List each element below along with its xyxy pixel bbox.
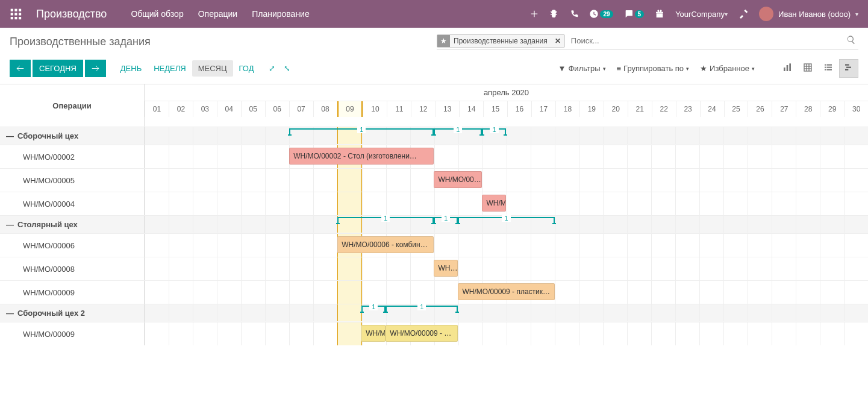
gantt-cell[interactable] (555, 234, 579, 257)
gantt-cell[interactable] (313, 216, 337, 233)
gantt-cell[interactable] (796, 192, 820, 215)
gantt-cell[interactable] (820, 257, 844, 280)
gantt-cell[interactable] (241, 281, 265, 304)
gantt-cell[interactable] (699, 192, 723, 215)
gantt-cell[interactable] (434, 281, 458, 304)
gantt-cell[interactable] (723, 304, 748, 321)
gantt-cell[interactable] (651, 304, 675, 321)
gantt-cell[interactable] (217, 127, 241, 144)
gantt-day-header[interactable]: 06 (265, 101, 289, 117)
gantt-cell[interactable] (145, 257, 169, 280)
gantt-cell[interactable] (675, 304, 699, 321)
gantt-cell[interactable] (507, 192, 531, 215)
menu-overview[interactable]: Общий обзор (131, 9, 183, 19)
gantt-cell[interactable] (337, 322, 362, 345)
company-switcher[interactable]: YourCompany (675, 10, 728, 19)
view-gantt-icon[interactable] (839, 59, 858, 78)
gantt-cell[interactable] (748, 322, 772, 345)
gantt-cell[interactable] (796, 127, 820, 144)
gantt-day-header[interactable]: 25 (724, 101, 748, 117)
gantt-cell[interactable] (723, 216, 748, 233)
gantt-day-header[interactable]: 13 (435, 101, 459, 117)
gantt-bar[interactable]: WH/M… (361, 325, 386, 342)
gantt-day-header[interactable]: 05 (241, 101, 265, 117)
gantt-cell[interactable] (603, 127, 627, 144)
gantt-cell[interactable] (145, 281, 169, 304)
gantt-cell[interactable] (748, 281, 772, 304)
gantt-cell[interactable] (458, 234, 482, 257)
gantt-cell[interactable] (723, 234, 748, 257)
gantt-cell[interactable] (241, 234, 265, 257)
gantt-cell[interactable] (169, 304, 193, 321)
gantt-cell[interactable] (507, 234, 531, 257)
gantt-cell[interactable] (410, 192, 434, 215)
gantt-cell[interactable] (748, 127, 772, 144)
gantt-cell[interactable] (145, 192, 169, 215)
gantt-bar[interactable]: WH/MO/00009 - пластик… (458, 283, 554, 300)
gantt-cell[interactable] (169, 281, 193, 304)
gantt-cell[interactable] (723, 127, 748, 144)
gantt-cell[interactable] (386, 257, 410, 280)
gantt-cell[interactable] (434, 192, 458, 215)
gantt-cell[interactable] (145, 145, 169, 168)
gantt-cell[interactable] (796, 322, 820, 345)
gantt-day-header[interactable]: 21 (628, 101, 652, 117)
gantt-bar[interactable]: WH/MO/00… (434, 171, 482, 188)
gantt-cell[interactable] (531, 304, 555, 321)
gantt-cell[interactable] (699, 169, 723, 192)
gantt-cell[interactable] (289, 281, 313, 304)
gantt-task-label[interactable]: WH/MO/00002 (0, 145, 145, 168)
chat-icon[interactable]: 5 (624, 9, 645, 19)
gantt-cell[interactable] (313, 322, 337, 345)
gantt-cell[interactable] (844, 281, 868, 304)
gantt-cell[interactable] (337, 281, 362, 304)
gantt-day-header[interactable]: 24 (700, 101, 724, 117)
gantt-cell[interactable] (386, 192, 410, 215)
gantt-task-label[interactable]: WH/MO/00009 (0, 281, 145, 304)
gantt-cell[interactable] (193, 234, 217, 257)
gantt-day-header[interactable]: 30 (844, 101, 868, 117)
gantt-cell[interactable] (482, 257, 507, 280)
gantt-cell[interactable] (579, 127, 603, 144)
gantt-day-header[interactable]: 16 (507, 101, 531, 117)
gantt-cell[interactable] (796, 304, 820, 321)
gantt-cell[interactable] (748, 216, 772, 233)
gantt-cell[interactable] (651, 145, 675, 168)
gantt-cell[interactable] (820, 322, 844, 345)
gantt-day-header[interactable]: 18 (555, 101, 579, 117)
gantt-cell[interactable] (603, 304, 627, 321)
gantt-cell[interactable] (193, 127, 217, 144)
next-button[interactable]: 🡢 (85, 60, 106, 77)
gantt-cell[interactable] (169, 257, 193, 280)
gantt-cell[interactable] (193, 257, 217, 280)
gantt-cell[interactable] (699, 145, 723, 168)
gantt-cell[interactable] (169, 216, 193, 233)
gantt-cell[interactable] (169, 145, 193, 168)
gantt-day-header[interactable]: 04 (217, 101, 241, 117)
gantt-cell[interactable] (217, 169, 241, 192)
gantt-day-header[interactable]: 02 (169, 101, 193, 117)
gantt-cell[interactable] (434, 234, 458, 257)
gantt-cell[interactable] (241, 169, 265, 192)
gantt-cell[interactable] (241, 322, 265, 345)
view-list-icon[interactable] (819, 59, 838, 78)
gantt-cell[interactable] (507, 145, 531, 168)
gantt-cell[interactable] (579, 234, 603, 257)
gantt-cell[interactable] (796, 234, 820, 257)
gantt-cell[interactable] (145, 234, 169, 257)
gantt-cell[interactable] (820, 234, 844, 257)
expand-icon[interactable]: ⤢ (269, 64, 275, 73)
filters-dropdown[interactable]: ▼Фильтры▾ (558, 64, 606, 73)
gantt-bar[interactable]: WH/MO/00002 - Стол (изготовлени… (289, 148, 434, 165)
gantt-cell[interactable] (555, 322, 579, 345)
gantt-cell[interactable] (458, 304, 482, 321)
gantt-cell[interactable] (482, 322, 507, 345)
gantt-cell[interactable] (844, 145, 868, 168)
gantt-cell[interactable] (410, 169, 434, 192)
gantt-cell[interactable] (362, 169, 386, 192)
gantt-cell[interactable] (699, 216, 723, 233)
gantt-cell[interactable] (699, 234, 723, 257)
gantt-cell[interactable] (458, 192, 482, 215)
gantt-cell[interactable] (169, 322, 193, 345)
gantt-cell[interactable] (531, 234, 555, 257)
